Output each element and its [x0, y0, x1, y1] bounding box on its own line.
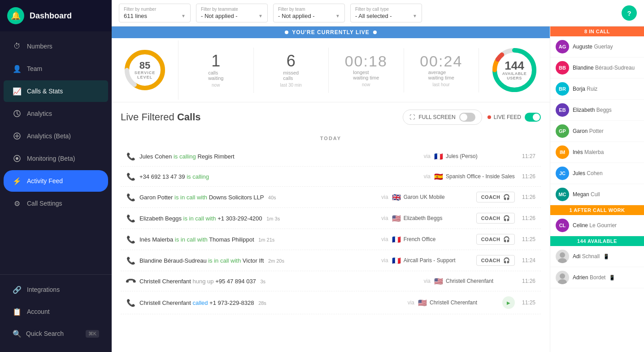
agent-avatar: BB	[556, 61, 569, 75]
agent-name: Jules Cohen	[573, 170, 603, 176]
clock-icon: ⏱	[13, 42, 22, 51]
fullscreen-button[interactable]: ⛶ FULL SCREEN	[403, 110, 482, 125]
agents-after-call-list: CL Celine Le Gourrier	[550, 215, 644, 236]
via-label: via	[424, 173, 431, 180]
via-label: via	[381, 257, 388, 264]
via-label: via	[424, 278, 431, 284]
chevron-down-icon: ▼	[335, 13, 340, 18]
agent-name: Blandine Béraud-Sudreau	[573, 65, 635, 71]
call-line: 🇪🇸 Spanish Office - Inside Sales	[434, 172, 515, 181]
help-button[interactable]: ?	[622, 5, 637, 21]
call-info: +34 692 13 47 39 is calling	[139, 173, 420, 180]
caller-name: Jules Cohen	[139, 153, 172, 160]
quick-search[interactable]: 🔍 Quick Search ⌘K	[4, 323, 108, 344]
chevron-down-icon: ▼	[413, 13, 417, 18]
calls-header: Live Filtered Calls ⛶ FULL SCREEN	[121, 110, 541, 125]
svg-point-11	[560, 252, 565, 258]
agent-avatar: JC	[556, 167, 569, 180]
calls-waiting-number: 1	[211, 53, 220, 69]
analytics-beta-icon	[13, 132, 22, 141]
filter-team[interactable]: Filter by team - Not applied - ▼	[273, 4, 345, 22]
line-name: French Office	[404, 236, 436, 242]
agent-name: Adrien Bordet	[573, 274, 605, 281]
line-name: Garon UK Mobile	[404, 194, 445, 200]
flag-icon: 🇬🇧	[392, 193, 401, 202]
call-time: 11:26	[518, 173, 535, 180]
table-row: 📞 Jules Cohen is calling Regis Rimbert v…	[121, 146, 541, 167]
via-label: via	[424, 153, 431, 159]
call-status: is in call with	[174, 194, 209, 201]
flag-icon: 🇺🇸	[434, 277, 443, 286]
sidebar-header: 🔔 Dashboard	[0, 0, 112, 31]
calls-waiting-stat: 1 calls waiting now	[178, 48, 254, 93]
line-name: Elizabeth Beggs	[404, 215, 443, 221]
filter-number[interactable]: Filter by number 611 lines ▼	[119, 4, 191, 22]
call-line: 🇫🇷 Jules (Perso)	[434, 152, 515, 161]
via-label: via	[381, 215, 388, 221]
search-icon: 🔍	[13, 329, 22, 338]
live-feed-toggle[interactable]	[525, 113, 541, 122]
agent-avatar: GP	[556, 124, 569, 138]
agent-item: EB Elizabeth Beggs	[550, 100, 644, 121]
call-status: is calling	[174, 153, 197, 160]
filter-number-value: 611 lines ▼	[124, 13, 186, 19]
sidebar-item-account[interactable]: 📋 Account	[4, 301, 108, 322]
sidebar-item-label: Calls & Stats	[27, 88, 63, 95]
sidebar-item-analytics[interactable]: Analytics	[4, 103, 108, 124]
call-active-icon: 📞	[126, 193, 135, 202]
call-type-icon: 📞	[126, 192, 136, 202]
agent-name: Elizabeth Beggs	[573, 107, 612, 113]
sidebar-item-calls-stats[interactable]: 📈 Calls & Stats	[4, 80, 108, 102]
sidebar-item-analytics-beta[interactable]: Analytics (Beta)	[4, 125, 108, 147]
sidebar-item-numbers[interactable]: ⏱ Numbers	[4, 35, 108, 57]
available-badge: 144 AVAILABLE	[550, 236, 644, 246]
play-button[interactable]: ▶	[502, 296, 515, 309]
fullscreen-icon: ⛶	[409, 114, 415, 120]
live-feed-indicator: LIVE FEED	[487, 114, 521, 120]
headphone-icon: 🎧	[503, 215, 510, 221]
live-feed-dot	[487, 115, 491, 119]
calls-waiting-note: now	[212, 83, 220, 88]
call-status: is in call with	[175, 236, 209, 243]
sidebar-item-team[interactable]: 👤 Team	[4, 58, 108, 79]
sidebar-item-activity-feed[interactable]: ⚡ Activity Feed	[4, 170, 108, 192]
sidebar-item-monitoring-beta[interactable]: Monitoring (Beta)	[4, 148, 108, 169]
call-active-icon: 📞	[126, 214, 135, 223]
filter-teammate[interactable]: Filter by teammate - Not applied - ▼	[196, 4, 268, 22]
analytics-icon	[13, 109, 22, 118]
coach-button[interactable]: COACH 🎧	[476, 213, 515, 224]
call-type-icon: 📞	[126, 213, 136, 223]
agent-avatar	[556, 271, 569, 284]
call-time: 11:26	[518, 278, 535, 284]
sidebar-bottom: 🔗 Integrations 📋 Account 🔍 Quick Search …	[0, 274, 112, 352]
agent-name: Garon Potter	[573, 128, 604, 134]
coach-button[interactable]: COACH 🎧	[476, 255, 515, 266]
call-duration: 1m 3s	[266, 216, 280, 221]
fullscreen-toggle[interactable]	[459, 113, 475, 122]
line-name: Aircall Paris - Support	[404, 257, 456, 264]
call-line: 🇺🇸 Christell Cherenfant	[418, 299, 499, 307]
coach-button[interactable]: COACH 🎧	[476, 192, 515, 202]
call-line: 🇺🇸 Elizabeth Beggs	[392, 214, 473, 223]
call-active-icon: 📞	[126, 235, 135, 244]
missed-calls-stat: 6 missed calls last 30 min	[254, 48, 329, 93]
call-type-icon: 📞	[126, 255, 136, 265]
call-time: 11:27	[518, 153, 535, 159]
coach-button[interactable]: COACH 🎧	[476, 234, 515, 245]
sidebar-item-call-settings[interactable]: ⚙ Call Settings	[4, 193, 108, 214]
call-type-icon: 📞	[126, 276, 136, 286]
service-level-stat: 85 SERVICE LEVEL	[112, 40, 178, 100]
call-time: 11:26	[518, 194, 535, 200]
call-status: called	[193, 299, 210, 306]
sidebar-item-integrations[interactable]: 🔗 Integrations	[4, 279, 108, 300]
call-active-icon: 📞	[126, 256, 135, 265]
sidebar-item-label: Numbers	[27, 43, 52, 50]
agents-available-list: Adi Schnall 📱 Adrien Bordet 📱	[550, 246, 644, 288]
table-row: 📞 Christell Cherenfant called +1 973-229…	[121, 291, 541, 314]
stats-bar: 85 SERVICE LEVEL 1 calls waiting now 6	[112, 38, 550, 102]
filter-call-type[interactable]: Filter by call type - All selected - ▼	[350, 4, 422, 22]
service-level-label: SERVICE LEVEL	[134, 70, 156, 79]
filter-teammate-value: - Not applied - ▼	[201, 13, 263, 19]
call-info: Christell Cherenfant hung up +95 47 894 …	[139, 278, 420, 285]
caller-name: Garon Potter	[139, 194, 173, 201]
